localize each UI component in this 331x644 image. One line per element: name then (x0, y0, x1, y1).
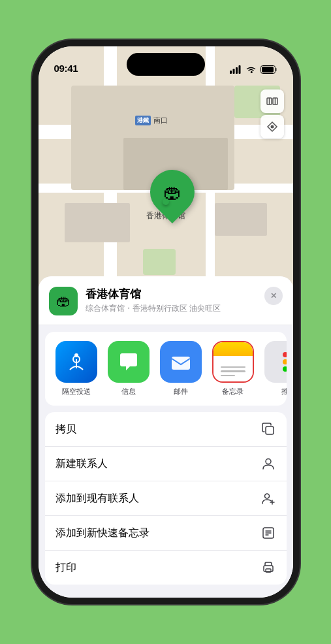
dynamic-island (127, 53, 205, 76)
wifi-icon (245, 65, 257, 74)
more-label: 推 (281, 387, 287, 396)
airdrop-label: 隔空投送 (62, 387, 91, 396)
phone-frame: 09:41 (39, 46, 293, 598)
action-copy-label: 拷贝 (55, 423, 76, 436)
venue-header: 🏟 香港体育馆 综合体育馆・香港特别行政区 油尖旺区 ✕ (39, 276, 293, 325)
person-icon (260, 456, 276, 472)
person-add-icon (260, 491, 276, 506)
action-copy[interactable]: 拷贝 (45, 412, 287, 447)
station-label: 港鐵 南口 (135, 116, 168, 125)
status-time: 09:41 (54, 63, 78, 74)
status-icons (230, 65, 277, 74)
location-button[interactable] (260, 115, 284, 138)
svg-point-14 (74, 353, 78, 357)
map-controls (260, 89, 284, 138)
share-item-messages[interactable]: 信息 (108, 341, 150, 396)
action-print[interactable]: 打印 (45, 551, 287, 585)
action-add-notes[interactable]: 添加到新快速备忘录 (45, 516, 287, 551)
messages-icon (108, 341, 150, 383)
mail-label: 邮件 (174, 387, 188, 396)
action-print-label: 打印 (55, 561, 76, 575)
quick-note-icon (260, 525, 276, 541)
venue-info: 香港体育馆 综合体育馆・香港特别行政区 油尖旺区 (86, 287, 257, 314)
messages-label: 信息 (121, 387, 136, 396)
venue-icon: 🏟 (49, 287, 78, 315)
more-icon (264, 341, 287, 383)
svg-point-11 (270, 125, 274, 129)
action-new-contact-label: 新建联系人 (55, 457, 108, 471)
svg-rect-2 (236, 67, 238, 74)
mail-icon (160, 341, 202, 383)
action-add-notes-label: 添加到新快速备忘录 (55, 526, 150, 540)
share-item-more[interactable]: 推 (264, 341, 287, 396)
venue-name: 香港体育馆 (86, 287, 257, 302)
svg-rect-16 (266, 427, 274, 434)
notes-label: 备忘录 (222, 387, 244, 396)
station-badge: 港鐵 (135, 116, 151, 125)
copy-icon (260, 421, 276, 437)
close-button[interactable]: ✕ (264, 287, 283, 305)
location-pin: 🏟 香港体育馆 (142, 154, 189, 221)
venue-subtitle: 综合体育馆・香港特别行政区 油尖旺区 (86, 303, 257, 314)
print-icon (260, 560, 276, 575)
share-item-notes[interactable]: 备忘录 (212, 341, 254, 396)
svg-rect-5 (276, 68, 277, 71)
share-item-airdrop[interactable]: 隔空投送 (55, 341, 97, 396)
bottom-sheet: 🏟 香港体育馆 综合体育馆・香港特别行政区 油尖旺区 ✕ (39, 276, 293, 598)
share-item-mail[interactable]: 邮件 (160, 341, 202, 396)
airdrop-icon (55, 341, 97, 383)
action-add-existing[interactable]: 添加到现有联系人 (45, 481, 287, 516)
svg-rect-6 (262, 67, 274, 72)
map-view-button[interactable] (260, 89, 284, 113)
share-row: 隔空投送 信息 邮件 (45, 332, 287, 406)
signal-icon (230, 65, 242, 74)
battery-icon (260, 65, 277, 74)
svg-rect-1 (232, 69, 234, 74)
notes-icon-wrap (212, 341, 254, 383)
close-icon: ✕ (270, 291, 277, 300)
action-add-existing-label: 添加到现有联系人 (55, 492, 139, 506)
action-new-contact[interactable]: 新建联系人 (45, 447, 287, 481)
station-text: 南口 (153, 116, 168, 125)
svg-rect-15 (172, 357, 190, 370)
svg-point-17 (266, 459, 271, 464)
svg-rect-3 (238, 65, 240, 74)
action-list: 拷贝 新建联系人 添 (45, 412, 287, 585)
svg-rect-0 (230, 71, 232, 74)
svg-point-18 (264, 494, 269, 498)
